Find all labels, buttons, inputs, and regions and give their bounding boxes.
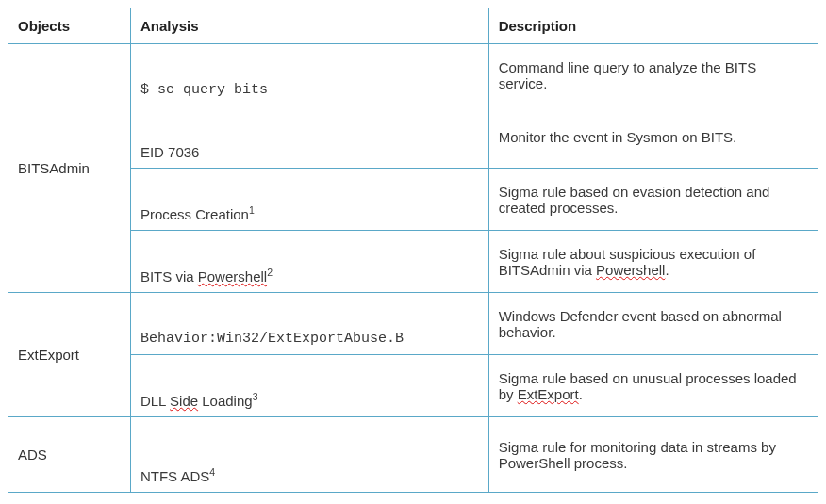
analysis-text: Behavior:Win32/ExtExportAbuse.B bbox=[140, 331, 404, 347]
description-cell: Monitor the event in Sysmon on BITS. bbox=[488, 106, 818, 169]
analysis-text: BITS via Powershell bbox=[140, 268, 267, 285]
description-cell: Command line query to analyze the BITS s… bbox=[488, 44, 818, 106]
analysis-text: Process Creation bbox=[140, 206, 249, 222]
analysis-cell: NTFS ADS4 bbox=[130, 417, 488, 493]
table-row: ExtExport Behavior:Win32/ExtExportAbuse.… bbox=[8, 293, 818, 355]
analysis-text: NTFS ADS bbox=[140, 468, 209, 484]
table-header-row: Objects Analysis Description bbox=[8, 8, 818, 44]
analysis-cell: DLL Side Loading3 bbox=[130, 355, 488, 417]
footnote-ref: 2 bbox=[267, 267, 273, 278]
table-row: BITSAdmin $ sc query bits Command line q… bbox=[8, 44, 818, 106]
analysis-text: EID 7036 bbox=[140, 144, 200, 160]
analysis-text: DLL Side Loading bbox=[140, 393, 253, 409]
analysis-text: $ sc query bits bbox=[140, 82, 268, 98]
analysis-table: Objects Analysis Description BITSAdmin $… bbox=[8, 8, 818, 493]
description-cell: Sigma rule based on evasion detection an… bbox=[488, 169, 818, 231]
description-cell: Windows Defender event based on abnormal… bbox=[488, 293, 818, 355]
table-row: ADS NTFS ADS4 Sigma rule for monitoring … bbox=[8, 417, 818, 493]
description-cell: Sigma rule for monitoring data in stream… bbox=[488, 417, 818, 493]
header-analysis: Analysis bbox=[130, 8, 488, 44]
header-description: Description bbox=[488, 8, 818, 44]
description-cell: Sigma rule based on unusual processes lo… bbox=[488, 355, 818, 417]
object-cell-bitsadmin: BITSAdmin bbox=[8, 44, 131, 293]
header-objects: Objects bbox=[8, 8, 131, 44]
footnote-ref: 3 bbox=[253, 391, 258, 402]
analysis-cell: EID 7036 bbox=[130, 106, 488, 169]
description-cell: Sigma rule about suspicious execution of… bbox=[488, 231, 818, 293]
analysis-cell: Behavior:Win32/ExtExportAbuse.B bbox=[130, 293, 488, 355]
object-cell-extexport: ExtExport bbox=[8, 293, 131, 417]
analysis-cell: $ sc query bits bbox=[130, 44, 488, 106]
analysis-cell: Process Creation1 bbox=[130, 169, 488, 231]
object-cell-ads: ADS bbox=[8, 417, 131, 493]
analysis-cell: BITS via Powershell2 bbox=[130, 231, 488, 293]
footnote-ref: 1 bbox=[249, 204, 255, 216]
footnote-ref: 4 bbox=[209, 466, 215, 478]
